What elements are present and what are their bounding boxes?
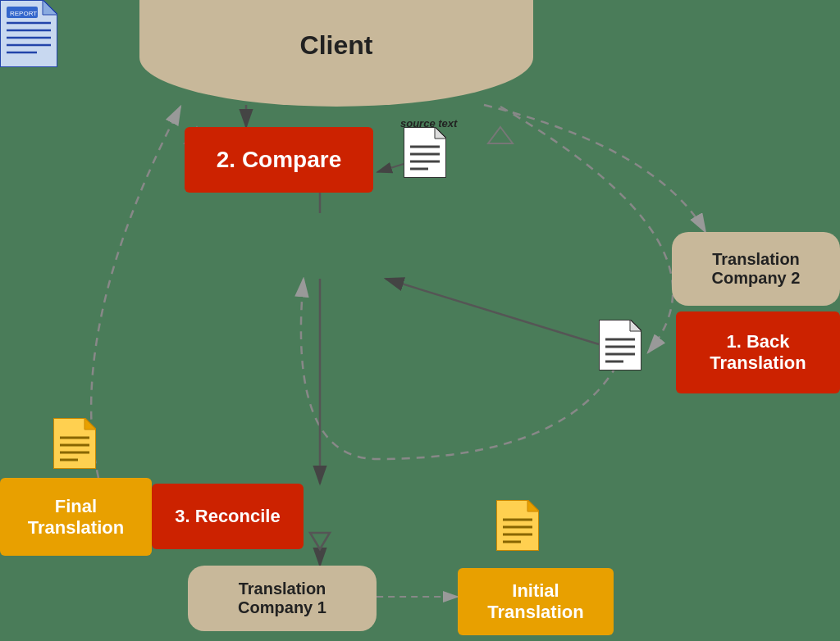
svg-marker-3 (488, 127, 513, 143)
svg-marker-33 (527, 500, 539, 511)
reconcile-box: 3. Reconcile (152, 484, 304, 549)
svg-marker-6 (435, 127, 446, 139)
initial-translation-box: Initial Translation (458, 568, 614, 635)
svg-marker-12 (43, 0, 57, 15)
svg-marker-4 (310, 533, 330, 549)
svg-marker-21 (630, 320, 641, 331)
source-doc-icon (404, 127, 446, 178)
back-translation-box: 1. Back Translation (676, 311, 840, 393)
report-doc-icon: REPORT (0, 0, 57, 66)
svg-text:REPORT: REPORT (10, 10, 37, 17)
compare-box: 2. Compare (185, 127, 373, 193)
initial-translation-doc-icon (496, 500, 539, 551)
translation-company2-box: Translation Company 2 (672, 232, 840, 306)
final-translation-doc-icon (53, 418, 96, 469)
translation-company1-box: Translation Company 1 (188, 566, 377, 631)
back-translation-doc-icon (599, 320, 641, 371)
client-shape: Client (139, 0, 533, 107)
client-label: Client (300, 30, 373, 61)
final-translation-box: Final Translation (0, 478, 152, 556)
svg-marker-27 (84, 418, 96, 430)
